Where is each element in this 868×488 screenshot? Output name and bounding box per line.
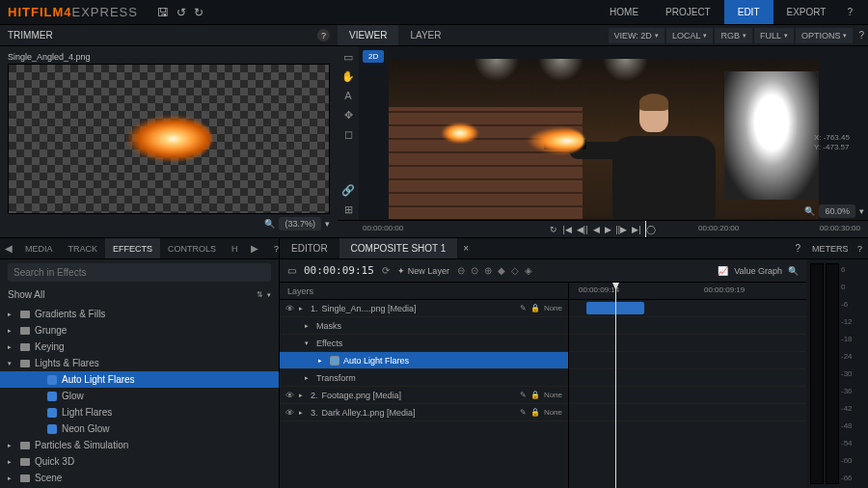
close-tab-icon[interactable]: ×: [457, 243, 475, 254]
refresh-icon[interactable]: ⟳: [382, 265, 390, 276]
keyframe-next-icon[interactable]: ⊕: [484, 265, 492, 276]
layer-row[interactable]: 👁▸1.Single_An....png [Media]✎🔒None: [280, 300, 568, 317]
edit-icon[interactable]: ✎: [520, 408, 527, 417]
panel-nav-next-icon[interactable]: ▶: [246, 243, 263, 254]
show-all-dropdown[interactable]: Show All ⇅: [0, 285, 279, 304]
effect-folder[interactable]: ▸Particles & Simulation: [0, 437, 279, 453]
effect-folder[interactable]: ▸Scene: [0, 470, 279, 486]
timeline-help-icon[interactable]: ?: [795, 243, 800, 254]
mask-tool-icon[interactable]: ◻: [341, 127, 355, 141]
viewer-time-ruler[interactable]: 00:00:00:00 ↻ |◀ ◀|| ◀ ▶ ||▶ ▶| ◯ 00:00:…: [338, 220, 868, 237]
trimmer-zoom-value[interactable]: (33.7%): [279, 217, 321, 230]
layer-row[interactable]: ▸Transform: [280, 369, 568, 387]
lock-icon[interactable]: 🔒: [530, 391, 540, 399]
tab-controls[interactable]: CONTROLS: [160, 238, 224, 258]
layer-row[interactable]: ▸Masks: [280, 317, 568, 335]
redo-icon[interactable]: ↻: [194, 6, 203, 19]
zoom-dropdown-icon[interactable]: ▾: [325, 219, 330, 229]
effect-folder[interactable]: ▸Grunge: [0, 322, 279, 339]
search-layers-icon[interactable]: 🔍: [788, 266, 799, 276]
diamond-icon[interactable]: ◆: [498, 265, 505, 276]
layer-row[interactable]: 👁▸3.Dark Alley.1.png [Media]✎🔒None: [280, 404, 568, 421]
effect-folder[interactable]: ▾Lights & Flares: [0, 355, 279, 371]
effect-item[interactable]: Neon Glow: [0, 420, 279, 437]
zoom-out-icon[interactable]: 🔍: [264, 219, 275, 229]
trimmer-preview[interactable]: [8, 64, 330, 214]
marker2-icon[interactable]: ◈: [525, 265, 532, 276]
tab-project[interactable]: PROJECT: [652, 0, 724, 24]
effects-help-icon[interactable]: ?: [274, 244, 279, 254]
tab-composite-shot[interactable]: COMPOSITE SHOT 1: [339, 238, 458, 258]
goto-end-icon[interactable]: ▶|: [632, 225, 640, 234]
tab-track[interactable]: TRACK: [61, 238, 106, 258]
timeline-playhead[interactable]: [615, 283, 616, 488]
effect-folder[interactable]: ▸Keying: [0, 339, 279, 355]
meters-help-icon[interactable]: ?: [857, 244, 862, 254]
view-2d-badge[interactable]: 2D: [363, 50, 384, 63]
effect-folder[interactable]: ▸Quick 3D: [0, 453, 279, 470]
link-tool-icon[interactable]: 🔗: [341, 183, 355, 197]
rgb-dropdown[interactable]: RGB: [715, 28, 752, 43]
effect-folder[interactable]: ▸Gradients & Fills: [0, 306, 279, 322]
viewer-zoom-value[interactable]: 60.0%: [819, 204, 855, 218]
viewer-help-icon[interactable]: ?: [858, 30, 864, 41]
graph-icon[interactable]: 📈: [718, 266, 728, 276]
viewer-tab-layer[interactable]: LAYER: [398, 25, 452, 45]
local-dropdown[interactable]: LOCAL: [666, 28, 714, 43]
help-icon[interactable]: ?: [839, 0, 860, 24]
marker-icon[interactable]: ◇: [511, 265, 519, 276]
undo-icon[interactable]: ↺: [176, 6, 186, 19]
keyframe-add-icon[interactable]: ⊙: [471, 265, 478, 276]
view-mode-dropdown[interactable]: VIEW: 2D: [609, 28, 665, 43]
new-layer-button[interactable]: ✦New Layer: [397, 266, 449, 276]
edit-icon[interactable]: ✎: [520, 391, 527, 399]
loop-icon[interactable]: ↻: [550, 225, 557, 234]
timecode-display[interactable]: 00:00:09:15: [304, 264, 374, 277]
full-dropdown[interactable]: FULL: [754, 28, 794, 43]
search-input[interactable]: [8, 263, 271, 282]
trimmer-help-icon[interactable]: ?: [317, 29, 330, 41]
effect-item[interactable]: Glow: [0, 388, 279, 404]
tab-export[interactable]: EXPORT: [773, 0, 840, 24]
layer-row[interactable]: ▾Effects: [280, 335, 568, 352]
tab-edit[interactable]: EDIT: [724, 0, 773, 24]
timeline-tracks[interactable]: 00:00:09:14 00:00:09:19: [569, 283, 806, 488]
prev-frame-icon[interactable]: ◀||: [577, 225, 588, 234]
play-icon[interactable]: ▶: [605, 225, 611, 234]
save-icon[interactable]: 🖫: [157, 6, 169, 19]
panel-nav-prev-icon[interactable]: ◀: [0, 243, 17, 254]
viewer-zoom-out-icon[interactable]: 🔍: [804, 206, 815, 216]
layer-row[interactable]: 👁▸2.Footage.png [Media]✎🔒None: [280, 387, 568, 404]
tab-media[interactable]: MEDIA: [17, 238, 61, 258]
settings-icon[interactable]: ◯: [646, 225, 656, 234]
edit-icon[interactable]: ✎: [520, 304, 527, 312]
sort-icon[interactable]: ⇅: [257, 290, 263, 299]
playhead[interactable]: [645, 221, 646, 237]
keyframe-prev-icon[interactable]: ⊖: [457, 265, 465, 276]
lock-icon[interactable]: 🔒: [530, 408, 540, 417]
tab-home[interactable]: HOME: [596, 0, 652, 24]
lock-icon[interactable]: 🔒: [530, 304, 540, 312]
select-tool-icon[interactable]: ▭: [341, 50, 355, 64]
tab-history[interactable]: H: [224, 238, 246, 258]
audio-meters: 60-6-12-18-24-30-36-42-48-54-60-66: [806, 259, 868, 488]
viewer-tab-viewer[interactable]: VIEWER: [338, 25, 398, 45]
tab-effects[interactable]: EFFECTS: [105, 238, 160, 258]
move-tool-icon[interactable]: ✥: [341, 108, 355, 122]
viewer-canvas[interactable]: 2D: [359, 46, 868, 220]
effect-item[interactable]: Light Flares: [0, 404, 279, 420]
video-frame[interactable]: [397, 68, 810, 210]
goto-start-icon[interactable]: |◀: [562, 225, 571, 234]
layer-row[interactable]: ▸ Auto Light Flares: [280, 352, 568, 369]
snap-tool-icon[interactable]: ⊞: [341, 203, 355, 216]
text-tool-icon[interactable]: A: [341, 89, 355, 102]
effect-item[interactable]: Auto Light Flares: [0, 371, 279, 388]
viewer-zoom-dropdown-icon[interactable]: ▾: [859, 206, 864, 216]
next-frame-icon[interactable]: ||▶: [616, 225, 628, 234]
timeline-menu-icon[interactable]: ▭: [287, 265, 296, 276]
tab-editor[interactable]: EDITOR: [280, 238, 339, 258]
value-graph-button[interactable]: Value Graph: [734, 266, 782, 276]
play-back-icon[interactable]: ◀: [593, 225, 600, 234]
options-dropdown[interactable]: OPTIONS: [796, 28, 854, 43]
hand-tool-icon[interactable]: ✋: [341, 69, 355, 83]
